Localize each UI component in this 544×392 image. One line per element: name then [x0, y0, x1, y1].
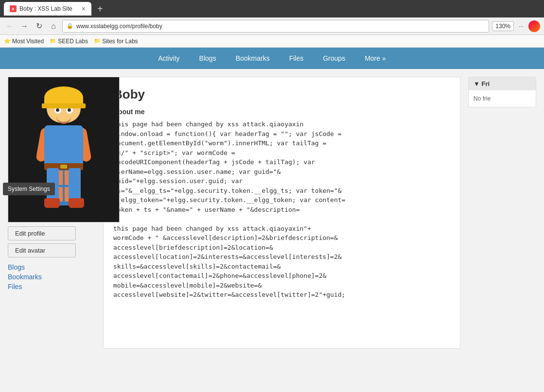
sidebar-actions: Edit profile Edit avatar	[8, 226, 95, 257]
bookmark-label: Sites for Labs	[102, 38, 138, 45]
zoom-indicator: 130%	[492, 21, 514, 31]
edit-profile-button[interactable]: Edit profile	[8, 226, 76, 240]
nav-blogs[interactable]: Blogs	[190, 49, 226, 68]
nav-activity[interactable]: Activity	[148, 49, 189, 68]
bob-helmet-brim	[42, 103, 86, 108]
url-text: www.xsslabelgg.com/profile/boby	[76, 23, 162, 30]
browser-titlebar: X Boby : XSS Lab Site × +	[0, 0, 544, 17]
right-panel: ▼ Fri No frie	[468, 77, 536, 349]
browser-menu-button[interactable]: ···	[517, 23, 526, 30]
tab-close-button[interactable]: ×	[82, 5, 86, 13]
profile-name: Boby	[113, 87, 450, 102]
about-me-content: this page had been changed by xss attack…	[113, 119, 450, 300]
sidebar-link-blogs[interactable]: Blogs	[8, 263, 95, 271]
browser-tab[interactable]: X Boby : XSS Lab Site ×	[4, 2, 91, 16]
friends-title: ▼ Fri	[474, 80, 490, 87]
new-tab-button[interactable]: +	[93, 3, 107, 15]
sidebar-link-bookmarks[interactable]: Bookmarks	[8, 273, 95, 281]
bookmark-label: Most Visited	[12, 38, 44, 45]
bob-body	[44, 125, 83, 169]
bookmarks-bar: ⭐ Most Visited 📁 SEED Labs 📁 Sites for L…	[0, 35, 544, 48]
friends-empty-text: No frie	[474, 95, 491, 102]
nav-more[interactable]: More »	[355, 49, 396, 68]
bob-boot-right	[69, 198, 84, 208]
main-container: System Settings Edit profile Edit avatar…	[0, 69, 544, 357]
folder-icon: 📁	[50, 38, 56, 44]
bob-smile	[56, 117, 71, 124]
sidebar-link-files[interactable]: Files	[8, 283, 95, 290]
sidebar-links: Blogs Bookmarks Files	[8, 263, 95, 290]
bob-belt-buckle	[60, 165, 67, 169]
nav-bookmarks[interactable]: Bookmarks	[226, 49, 280, 68]
nav-groups[interactable]: Groups	[313, 49, 355, 68]
bob-leg-right	[69, 168, 81, 202]
friends-panel-body: No frie	[469, 90, 536, 107]
tab-title: Boby : XSS Lab Site	[19, 5, 79, 12]
star-icon: ⭐	[4, 38, 11, 44]
bookmark-most-visited[interactable]: ⭐ Most Visited	[4, 38, 44, 45]
profile-avatar	[8, 77, 120, 222]
forward-button[interactable]: →	[18, 20, 30, 32]
back-button[interactable]: ←	[4, 20, 16, 32]
friends-panel-header: ▼ Fri	[469, 77, 536, 90]
address-bar[interactable]: 🔒 www.xsslabelgg.com/profile/boby	[62, 20, 489, 33]
profile-content-panel: Boby About me this page had been changed…	[103, 77, 460, 349]
edit-avatar-button[interactable]: Edit avatar	[8, 243, 76, 257]
browser-toolbar: ← → ↻ ⌂ 🔒 www.xsslabelgg.com/profile/bob…	[0, 17, 544, 35]
tab-favicon: X	[10, 5, 17, 12]
home-button[interactable]: ⌂	[48, 20, 59, 32]
nav-files[interactable]: Files	[280, 49, 314, 68]
bookmark-seed-labs[interactable]: 📁 SEED Labs	[50, 38, 88, 45]
bookmark-label: SEED Labs	[58, 38, 88, 45]
about-me-title: About me	[113, 108, 450, 116]
bob-boot-left	[44, 198, 60, 208]
security-icon: 🔒	[67, 23, 73, 29]
folder-icon: 📁	[94, 38, 101, 44]
firefox-icon	[528, 20, 540, 32]
bookmark-sites-for-labs[interactable]: 📁 Sites for Labs	[94, 38, 138, 45]
site-navigation: Activity Blogs Bookmarks Files Groups Mo…	[0, 48, 544, 69]
left-sidebar: System Settings Edit profile Edit avatar…	[8, 77, 95, 349]
page-content: Activity Blogs Bookmarks Files Groups Mo…	[0, 48, 544, 392]
friends-panel: ▼ Fri No frie	[468, 77, 536, 107]
refresh-button[interactable]: ↻	[33, 20, 45, 32]
system-settings-button[interactable]: System Settings	[3, 183, 55, 195]
